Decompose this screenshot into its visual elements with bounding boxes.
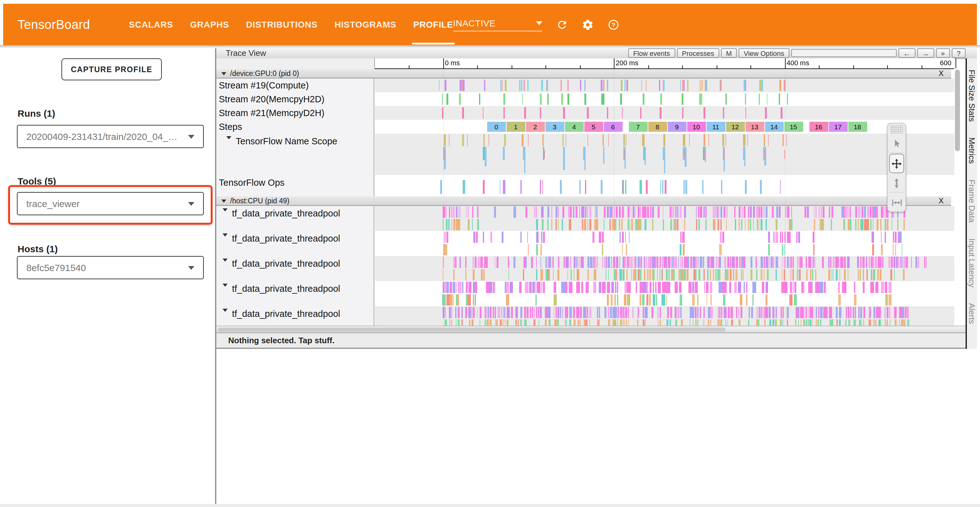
vertical-scrollbar-thumb[interactable] [955,70,960,151]
trace-event-mark [521,80,523,91]
step-block-11[interactable]: 11 [706,121,725,131]
trace-button-view-options[interactable]: View Options [738,48,789,58]
trace-event-mark [462,107,464,119]
trace-event-mark [606,257,607,268]
trace-button-processes[interactable]: Processes [677,48,719,58]
step-block-10[interactable]: 10 [687,121,706,131]
step-block-2[interactable]: 2 [526,121,544,131]
settings-gear-icon[interactable] [582,19,593,30]
tab-histograms[interactable]: HISTOGRAMS [334,4,396,45]
step-block-7[interactable]: 7 [628,121,648,131]
vertical-zoom-button[interactable] [889,174,904,193]
trace-row-timeline [375,175,954,196]
step-block-3[interactable]: 3 [545,121,564,131]
trace-event-mark [881,206,883,218]
trace-event-mark [640,206,641,218]
trace-event-mark [528,134,528,146]
step-block-1[interactable]: 1 [506,121,525,131]
trace-event-mark [805,307,805,318]
trace-event-mark [642,134,644,146]
tab-distributions[interactable]: DISTRIBUTIONS [246,4,318,45]
trace-event-mark [840,257,842,268]
trace-row-label[interactable]: TensorFlow Name Scope [216,134,374,175]
find-input[interactable] [791,49,897,57]
trace-event-mark [615,219,616,230]
trace-event-mark [704,319,705,326]
trace-event-mark [459,94,461,105]
host-section-header[interactable]: /host:CPU (pid 49)X [216,196,951,206]
step-block-15[interactable]: 15 [784,121,803,131]
trace-event-mark [612,206,612,218]
fast-forward-button[interactable]: » [936,48,950,58]
trace-event-mark [569,219,569,230]
step-block-14[interactable]: 14 [765,121,783,131]
horizontal-splitter[interactable] [216,326,977,333]
trace-event-mark [876,206,878,218]
tab-scalars[interactable]: SCALARS [129,4,173,45]
capture-profile-button[interactable]: CAPTURE PROFILE [62,58,162,80]
trace-row-label[interactable]: tf_data_private_threadpool [216,231,374,256]
side-tab-metrics[interactable]: Metrics [967,137,977,164]
prev-arrow-button[interactable]: ← [899,48,915,58]
trace-event-mark [629,257,630,268]
hosts-select[interactable]: 8efc5e791540 [17,256,204,279]
status-dropdown[interactable]: INACTIVE [453,18,542,31]
trace-event-mark [615,319,616,326]
trace-event-mark [882,257,883,268]
horizontal-scrollbar-thumb[interactable] [218,328,725,332]
selection-cursor-button[interactable] [889,134,904,153]
trace-row-label[interactable]: tf_data_private_threadpool [216,206,374,231]
host-section-header-close-button[interactable]: X [939,196,943,205]
trace-event-mark [732,307,733,318]
trace-event-mark [505,80,507,91]
palette-drag-handle[interactable] [890,126,903,134]
trace-row-label[interactable]: tf_data_private_threadpool [216,306,374,326]
gpu-section-header-close-button[interactable]: X [939,69,943,78]
side-tab-frame-data[interactable]: Frame Data [967,179,977,222]
step-block-8[interactable]: 8 [648,121,667,131]
step-block-6[interactable]: 6 [603,121,622,131]
trace-row-label[interactable]: tf_data_private_threadpool [216,256,374,281]
trace-event-mark [487,307,487,318]
step-block-16[interactable]: 16 [809,121,828,131]
step-block-5[interactable]: 5 [584,121,603,131]
gpu-section-header[interactable]: /device:GPU:0 (pid 0)X [216,69,951,78]
next-arrow-button[interactable]: → [917,48,934,58]
trace-event-mark [486,282,489,293]
trace-event-mark [739,257,740,268]
step-block-4[interactable]: 4 [565,121,584,131]
trace-event-mark [515,319,517,326]
tab-graphs[interactable]: GRAPHS [190,4,229,45]
trace-event-mark [473,282,474,293]
trace-row-label[interactable]: tf_data_private_threadpool [216,281,374,306]
step-block-12[interactable]: 12 [726,121,745,131]
trace-event-mark [578,319,579,326]
trace-button-m[interactable]: M [721,48,737,58]
trace-event-mark [645,219,646,230]
tab-profile[interactable]: PROFILE [413,4,453,45]
trace-event-mark [670,206,671,218]
trace-event-mark [868,257,870,268]
side-tab-input-latency[interactable]: Input Latency [967,238,977,287]
step-block-0[interactable]: 0 [487,121,506,131]
help-icon[interactable]: ? [607,19,619,30]
step-block-18[interactable]: 18 [848,121,867,131]
trace-event-mark [610,307,612,318]
step-block-9[interactable]: 9 [667,121,686,131]
trace-event-mark [784,282,787,293]
trace-event-mark [564,257,565,268]
tools-select[interactable]: trace_viewer [17,192,204,215]
runs-select[interactable]: 20200409-231431/train/2020_04_… [17,125,204,148]
timing-span-button[interactable] [889,193,904,212]
trace-event-mark [764,319,765,326]
side-tab-alerts[interactable]: Alerts [967,303,977,324]
refresh-icon[interactable] [556,19,568,30]
trace-help-button[interactable]: ? [952,48,966,58]
trace-button-flow-events[interactable]: Flow events [628,48,675,58]
pan-move-button[interactable] [889,154,904,173]
step-block-17[interactable]: 17 [829,121,847,131]
side-tab-file-size-stats[interactable]: File Size Stats [967,70,977,122]
trace-event-mark [585,307,586,318]
trace-event-mark [475,282,477,293]
step-block-13[interactable]: 13 [745,121,764,131]
